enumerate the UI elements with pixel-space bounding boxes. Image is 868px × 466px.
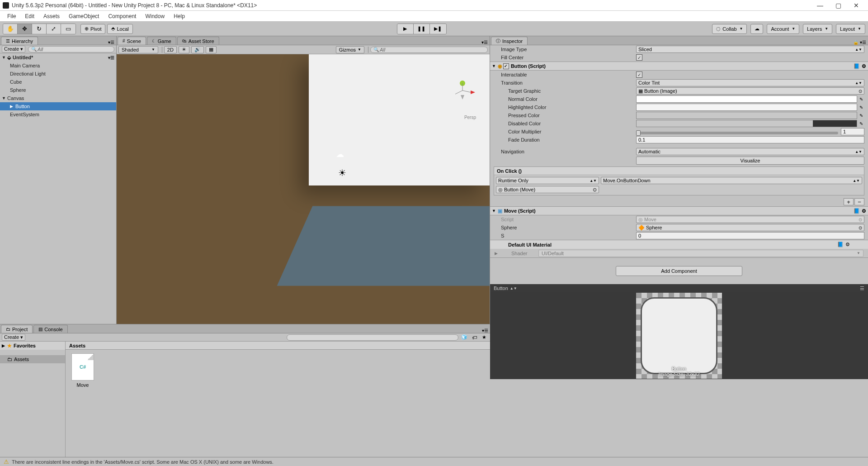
project-item-move[interactable]: C# Move [69, 353, 96, 388]
hierarchy-item-sphere[interactable]: Sphere [0, 86, 116, 94]
shading-mode[interactable]: Shaded▼ [118, 46, 158, 53]
interactable-checkbox[interactable]: ✓ [636, 71, 642, 78]
scene-search[interactable]: 🔍All [370, 47, 488, 53]
panel-menu-icon[interactable]: ▾☰ [108, 40, 116, 45]
menu-window[interactable]: Window [141, 13, 169, 19]
onclick-target[interactable]: ◎ Button (Move)⊙ [496, 186, 599, 193]
onclick-add-button[interactable]: + [844, 198, 854, 205]
layers-dropdown[interactable]: Layers▼ [803, 24, 832, 34]
eyedropper-icon[interactable]: ✎ [858, 104, 864, 111]
transition-field[interactable]: Color Tint▲▼ [636, 79, 864, 86]
inspector-panel-menu[interactable]: 🔒 ▾☰ [853, 40, 868, 45]
hierarchy-search[interactable]: 🔍All [28, 46, 114, 52]
scene-panel-menu[interactable]: ▾☰ [481, 40, 490, 45]
label-filter-icon[interactable]: 🏷 [470, 334, 478, 341]
project-path[interactable]: Assets [66, 342, 490, 350]
fade-dur-field[interactable]: 0.1 [636, 136, 864, 143]
scene-tab[interactable]: #Scene [118, 37, 146, 45]
visualize-button[interactable]: Visualize [636, 157, 864, 165]
handle-local[interactable]: ⬘ Local [107, 24, 132, 34]
sphere-field[interactable]: 🔶 Sphere⊙ [636, 224, 864, 231]
scene-light-toggle[interactable]: ☀ [179, 46, 189, 53]
close-button[interactable]: ✕ [847, 0, 865, 11]
help-icon[interactable]: 📘 [837, 242, 844, 247]
menu-component[interactable]: Component [104, 13, 141, 19]
onclick-remove-button[interactable]: − [854, 198, 864, 205]
menu-edit[interactable]: Edit [20, 13, 39, 19]
hierarchy-item-canvas[interactable]: ▼Canvas [0, 94, 116, 102]
hierarchy-item-cube[interactable]: Cube [0, 78, 116, 86]
onclick-runstate[interactable]: Runtime Only▲▼ [496, 177, 599, 184]
gear-icon[interactable]: ⚙ [862, 63, 866, 69]
hierarchy-item-button[interactable]: ▶Button [0, 102, 116, 110]
layout-dropdown[interactable]: Layout▼ [836, 24, 865, 34]
cloud-button[interactable]: ☁ [750, 24, 763, 34]
normal-color-field[interactable] [636, 95, 857, 103]
hand-tool[interactable]: ✋ [3, 24, 18, 34]
rotate-tool[interactable]: ↻ [32, 24, 47, 34]
project-search[interactable] [287, 334, 458, 341]
filter-icon[interactable]: 🧊 [460, 334, 468, 341]
onclick-function[interactable]: Move.OnButtonDown▲▼ [601, 177, 862, 184]
gear-icon[interactable]: ⚙ [862, 208, 866, 214]
eyedropper-icon[interactable]: ✎ [858, 120, 864, 127]
gear-icon[interactable]: ⚙ [845, 242, 850, 247]
move-tool[interactable]: ✥ [18, 24, 32, 34]
asset-store-tab[interactable]: 🛍Asset Store [177, 37, 219, 45]
highlighted-color-field[interactable] [636, 104, 857, 111]
hierarchy-create[interactable]: Create ▾ [2, 46, 25, 52]
color-mult-slider[interactable] [636, 132, 838, 134]
preview-header[interactable]: Button ▲▼☰ [490, 284, 868, 292]
color-mult-value[interactable]: 1 [841, 128, 864, 135]
minimize-button[interactable]: — [811, 0, 829, 11]
account-dropdown[interactable]: Account▼ [767, 24, 799, 34]
collab-dropdown[interactable]: ◌ Collab▼ [712, 24, 747, 34]
projection-label[interactable]: Persp [464, 115, 476, 120]
image-type-field[interactable]: Sliced▲▼ [636, 46, 864, 53]
handle-pivot[interactable]: ⊕ Pivot [80, 24, 105, 34]
disabled-color-field[interactable] [636, 120, 857, 127]
menu-help[interactable]: Help [169, 13, 189, 19]
menu-assets[interactable]: Assets [39, 13, 64, 19]
fill-center-checkbox[interactable]: ✓ [636, 54, 642, 61]
pause-button[interactable]: ❚❚ [414, 24, 430, 34]
scale-tool[interactable]: ⤢ [47, 24, 61, 34]
help-icon[interactable]: 📘 [854, 208, 860, 214]
navigation-field[interactable]: Automatic▲▼ [636, 148, 864, 155]
scene-audio-toggle[interactable]: 🔊 [191, 46, 204, 53]
shader-field[interactable]: UI/Default▼ [538, 250, 863, 257]
pressed-color-field[interactable] [636, 112, 857, 119]
hierarchy-item-light[interactable]: Directional Light [0, 70, 116, 78]
star-icon[interactable]: ★ [480, 334, 488, 341]
assets-folder[interactable]: 🗀Assets [0, 355, 65, 363]
hierarchy-item-camera[interactable]: Main Camera [0, 62, 116, 70]
game-tab[interactable]: ☾Game [147, 37, 176, 45]
project-tab[interactable]: 🗀Project [1, 325, 33, 333]
hierarchy-item-eventsystem[interactable]: EventSystem [0, 110, 116, 119]
s-field[interactable]: 0 [636, 232, 864, 239]
eyedropper-icon[interactable]: ✎ [858, 112, 864, 119]
step-button[interactable]: ▶❚ [430, 24, 446, 34]
project-panel-menu[interactable]: ▾☰ [482, 328, 490, 333]
eyedropper-icon[interactable]: ✎ [858, 95, 864, 103]
hierarchy-tab[interactable]: ☰Hierarchy [1, 37, 38, 45]
gizmos-dropdown[interactable]: Gizmos▼ [336, 46, 364, 53]
material-header[interactable]: Default UI Material📘⚙ [490, 240, 868, 249]
target-graphic-field[interactable]: ▦ Button (Image)⊙ [636, 87, 864, 95]
move-component-header[interactable]: ▼▣Move (Script)📘⚙ [490, 206, 868, 215]
add-component-button[interactable]: Add Component [616, 266, 742, 276]
scene-fx-toggle[interactable]: ▦ [206, 46, 217, 53]
play-button[interactable]: ▶ [397, 24, 414, 34]
mode-2d[interactable]: 2D [164, 46, 177, 53]
script-field[interactable]: ◎ Move⊙ [636, 216, 864, 223]
scene-gizmo[interactable] [449, 77, 476, 104]
console-tab[interactable]: ▤Console [33, 325, 67, 333]
status-bar[interactable]: ⚠ There are inconsistent line endings in… [0, 457, 868, 466]
inspector-tab[interactable]: ⓘInspector [491, 37, 528, 45]
favorites-header[interactable]: ▶★Favorites [0, 342, 65, 350]
project-create[interactable]: Create ▾ [2, 334, 25, 341]
scene-viewport[interactable]: ☁ ☀ Persp [117, 54, 490, 324]
scene-row[interactable]: ▼⬙Untitled*▾☰ [0, 53, 116, 62]
help-icon[interactable]: 📘 [854, 63, 860, 69]
button-component-header[interactable]: ▼◉✓Button (Script)📘⚙ [490, 62, 868, 71]
